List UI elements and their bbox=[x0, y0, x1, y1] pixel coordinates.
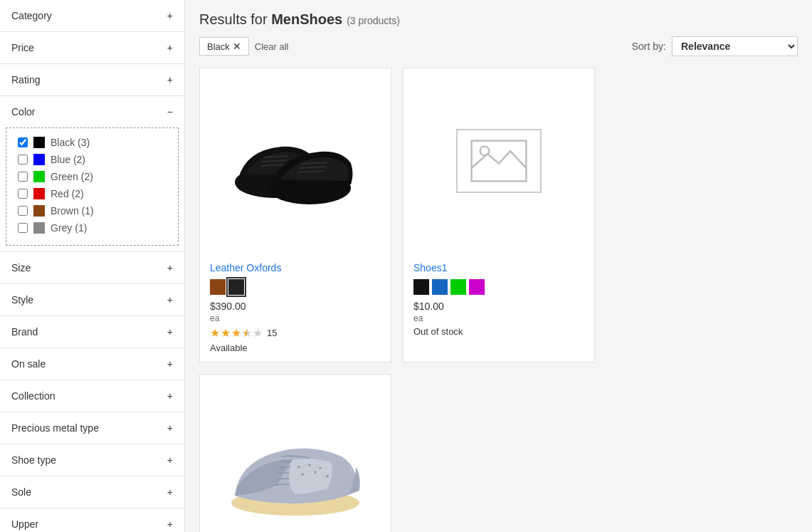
color-option-blue[interactable]: Blue (2) bbox=[18, 151, 167, 168]
filter-expand-upper: + bbox=[167, 518, 173, 530]
filter-expand-collection: + bbox=[167, 390, 173, 402]
color-checkbox-brown[interactable] bbox=[18, 206, 28, 216]
filter-label-shoe-type: Shoe type bbox=[11, 454, 56, 466]
filter-label-price: Price bbox=[11, 42, 34, 53]
sort-label: Sort by: bbox=[632, 41, 666, 52]
leather-oxfords-svg bbox=[224, 111, 367, 211]
product-unit-leather-oxfords: ea bbox=[210, 313, 381, 323]
filter-label-sole: Sole bbox=[11, 486, 31, 498]
remove-filter-black[interactable]: ✕ bbox=[233, 41, 241, 52]
filter-header-precious-metal[interactable]: Precious metal type + bbox=[0, 412, 184, 444]
active-filters-bar: Black ✕ Clear all Sort by: Relevance Pri… bbox=[199, 36, 798, 56]
active-filter-black[interactable]: Black ✕ bbox=[199, 37, 249, 56]
color-options-container: Black (3) Blue (2) Green (2) bbox=[6, 127, 179, 246]
filter-expand-precious-metal: + bbox=[167, 422, 173, 434]
color-swatch-green-shoes1[interactable] bbox=[450, 279, 466, 295]
filter-label-style: Style bbox=[11, 294, 33, 306]
results-count: (3 products) bbox=[347, 15, 400, 26]
clear-all-button[interactable]: Clear all bbox=[255, 41, 289, 52]
product-colors-leather-oxfords bbox=[210, 279, 381, 295]
product-info-leather-oxfords: Leather Oxfords $390.00 ea ★ ★ ★ bbox=[200, 254, 391, 362]
color-option-brown[interactable]: Brown (1) bbox=[18, 202, 167, 219]
product-status-leather-oxfords: Available bbox=[210, 343, 381, 353]
placeholder-image-shoes1 bbox=[456, 129, 542, 193]
color-checkbox-red[interactable] bbox=[18, 189, 28, 199]
filter-section-on-sale: On sale + bbox=[0, 348, 184, 380]
filter-label-size: Size bbox=[11, 262, 31, 273]
filter-expand-brand: + bbox=[167, 326, 173, 338]
filter-header-category[interactable]: Category + bbox=[0, 0, 184, 31]
product-image-shoes1 bbox=[404, 68, 594, 254]
stars-leather-oxfords: ★ ★ ★ ★ ★ ★ bbox=[210, 326, 263, 340]
filter-expand-rating: + bbox=[167, 74, 173, 85]
filter-header-style[interactable]: Style + bbox=[0, 284, 184, 315]
product-unit-shoes1: ea bbox=[413, 313, 584, 323]
product-card-shoes1: Shoes1 $10.00 ea Out of stock bbox=[403, 68, 595, 363]
color-label-blue: Blue (2) bbox=[51, 154, 85, 165]
star-2: ★ bbox=[221, 326, 231, 340]
color-swatch-blue-shoes1[interactable] bbox=[432, 279, 448, 295]
filter-section-shoe-type: Shoe type + bbox=[0, 444, 184, 476]
color-swatch-black-oxford[interactable] bbox=[228, 279, 244, 295]
filter-tags: Black ✕ Clear all bbox=[199, 37, 288, 56]
color-option-green[interactable]: Green (2) bbox=[18, 168, 167, 185]
product-image-running-shoe bbox=[200, 375, 391, 532]
color-checkbox-green[interactable] bbox=[18, 172, 28, 182]
product-price-leather-oxfords: $390.00 bbox=[210, 301, 381, 312]
results-header-row: Results for MenShoes (3 products) bbox=[199, 11, 798, 28]
price-value-leather-oxfords: $390.00 bbox=[210, 301, 246, 312]
filter-header-shoe-type[interactable]: Shoe type + bbox=[0, 444, 184, 476]
color-swatch-brown-oxford[interactable] bbox=[210, 279, 226, 295]
color-option-grey[interactable]: Grey (1) bbox=[18, 219, 167, 236]
filter-header-upper[interactable]: Upper + bbox=[0, 508, 184, 532]
color-swatch-black bbox=[33, 137, 45, 148]
color-label-grey: Grey (1) bbox=[51, 222, 87, 234]
filter-header-sole[interactable]: Sole + bbox=[0, 476, 184, 508]
color-swatch-blue bbox=[33, 154, 45, 165]
filter-label-on-sale: On sale bbox=[11, 358, 46, 370]
product-image-leather-oxfords bbox=[200, 68, 391, 254]
color-checkbox-grey[interactable] bbox=[18, 223, 28, 233]
svg-point-9 bbox=[480, 147, 490, 156]
color-checkbox-black[interactable] bbox=[18, 137, 28, 147]
color-swatch-black-shoes1[interactable] bbox=[413, 279, 429, 295]
filter-header-rating[interactable]: Rating + bbox=[0, 64, 184, 95]
filter-label-collection: Collection bbox=[11, 390, 55, 402]
rating-count-leather-oxfords: 15 bbox=[267, 328, 277, 338]
main-content: Results for MenShoes (3 products) Black … bbox=[185, 0, 812, 532]
filter-header-color[interactable]: Color − bbox=[0, 96, 184, 127]
placeholder-svg bbox=[470, 140, 527, 182]
filter-section-category: Category + bbox=[0, 0, 184, 32]
filter-section-upper: Upper + bbox=[0, 508, 184, 532]
sort-bar: Sort by: Relevance Price: Low to High Pr… bbox=[632, 36, 798, 56]
product-name-leather-oxfords[interactable]: Leather Oxfords bbox=[210, 262, 381, 273]
color-swatch-magenta-shoes1[interactable] bbox=[469, 279, 485, 295]
filter-section-rating: Rating + bbox=[0, 64, 184, 96]
star-5: ★ bbox=[253, 326, 263, 340]
filter-expand-style: + bbox=[167, 294, 173, 306]
filter-header-brand[interactable]: Brand + bbox=[0, 316, 184, 348]
filter-header-price[interactable]: Price + bbox=[0, 32, 184, 63]
filter-label-upper: Upper bbox=[11, 518, 38, 530]
sort-select[interactable]: Relevance Price: Low to High Price: High… bbox=[672, 36, 798, 56]
filter-expand-shoe-type: + bbox=[167, 454, 173, 466]
filter-header-size[interactable]: Size + bbox=[0, 252, 184, 283]
filter-header-on-sale[interactable]: On sale + bbox=[0, 348, 184, 380]
product-info-shoes1: Shoes1 $10.00 ea Out of stock bbox=[404, 254, 594, 345]
color-option-black[interactable]: Black (3) bbox=[18, 134, 167, 151]
product-price-shoes1: $10.00 bbox=[413, 301, 584, 312]
star-4-half: ★ ★ bbox=[242, 326, 252, 340]
color-checkbox-blue[interactable] bbox=[18, 155, 28, 165]
filter-header-collection[interactable]: Collection + bbox=[0, 380, 184, 412]
filter-section-sole: Sole + bbox=[0, 476, 184, 508]
filter-expand-price: + bbox=[167, 42, 173, 53]
color-swatch-grey bbox=[33, 222, 45, 234]
color-swatch-red bbox=[33, 188, 45, 199]
sidebar: Category + Price + Rating + Color − bbox=[0, 0, 185, 532]
product-card-running-shoe: Running Shoe $60.00 $20.00 ea Available bbox=[199, 374, 391, 532]
color-option-red[interactable]: Red (2) bbox=[18, 185, 167, 202]
svg-point-15 bbox=[314, 471, 317, 474]
product-name-shoes1[interactable]: Shoes1 bbox=[413, 262, 584, 273]
filter-label-brand: Brand bbox=[11, 326, 38, 338]
product-rating-leather-oxfords: ★ ★ ★ ★ ★ ★ 15 bbox=[210, 326, 381, 340]
